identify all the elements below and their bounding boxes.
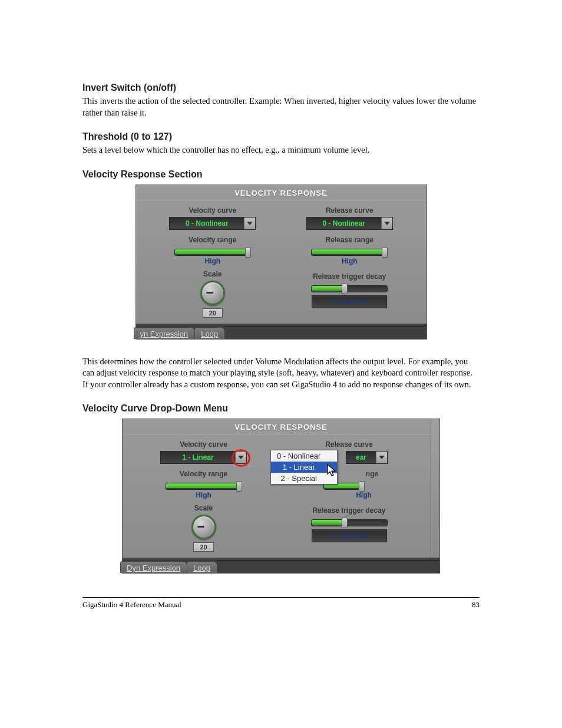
velocity-curve-value: 0 - Nonlinear: [170, 219, 244, 228]
scale-value[interactable]: 20: [193, 542, 213, 552]
release-trigger-value: 3 - Medium: [312, 298, 386, 306]
velocity-range-value: High: [144, 257, 282, 265]
panel-title: VELOCITY RESPONSE: [123, 419, 439, 434]
tab-loop[interactable]: Loop: [187, 561, 219, 573]
menu-option-linear[interactable]: 1 - Linear: [271, 462, 337, 473]
velocity-response-panel-a: VELOCITY RESPONSE Velocity curve 0 - Non…: [135, 185, 427, 340]
dropdown-arrow-icon[interactable]: [376, 452, 387, 463]
velocity-range-value: High: [131, 491, 276, 499]
label-release-trigger-decay: Release trigger decay: [276, 506, 422, 515]
label-velocity-curve: Velocity curve: [131, 440, 276, 449]
velocity-curve-value: 1 - Linear: [161, 453, 235, 462]
label-release-trigger-decay: Release trigger decay: [281, 272, 418, 281]
dropdown-arrow-icon[interactable]: [381, 218, 392, 229]
label-velocity-range: Velocity range: [144, 236, 282, 244]
release-curve-dropdown[interactable]: 0 - Nonlinear: [306, 217, 393, 230]
heading-invert: Invert Switch (on/off): [82, 83, 480, 93]
label-velocity-curve: Velocity curve: [144, 206, 282, 215]
scale-knob[interactable]: [191, 515, 216, 539]
release-trigger-dropdown[interactable]: 3 - Medium: [312, 529, 387, 542]
menu-option-nonlinear[interactable]: 0 - Nonlinear: [271, 450, 337, 462]
scale-knob[interactable]: [200, 281, 225, 305]
label-velocity-range: Velocity range: [131, 470, 276, 478]
panel-tabs: yn Expression Loop: [136, 324, 427, 339]
scale-value[interactable]: 20: [203, 308, 223, 318]
release-curve-dropdown[interactable]: ear: [346, 451, 388, 464]
release-curve-value: 0 - Nonlinear: [307, 219, 381, 228]
page-number: 83: [472, 600, 480, 610]
dropdown-arrow-icon[interactable]: [244, 218, 255, 229]
body-velocity-response: This determines how the controller selec…: [82, 356, 480, 391]
body-threshold: Sets a level below which the controller …: [82, 144, 480, 156]
dropdown-arrow-icon[interactable]: [235, 452, 246, 463]
release-range-slider[interactable]: [311, 248, 388, 256]
release-curve-value-partial: ear: [346, 453, 376, 462]
tab-dyn-expression[interactable]: Dyn Expression: [120, 561, 189, 573]
footer-rule: [82, 597, 480, 598]
release-trigger-slider[interactable]: [311, 518, 388, 526]
panel-tabs: Dyn Expression Loop: [123, 558, 439, 573]
velocity-response-panel-b: VELOCITY RESPONSE Velocity curve 1 - Lin…: [122, 419, 440, 574]
label-scale: Scale: [131, 504, 276, 512]
velocity-range-slider[interactable]: [166, 482, 242, 490]
velocity-curve-dropdown[interactable]: 1 - Linear: [160, 451, 247, 464]
release-trigger-value: 3 - Medium: [312, 532, 386, 540]
footer-title: GigaStudio 4 Reference Manual: [82, 600, 181, 610]
body-invert: This inverts the action of the selected …: [82, 95, 480, 118]
release-trigger-slider[interactable]: [311, 284, 388, 292]
label-release-range: Release range: [281, 236, 418, 244]
heading-velocity-response-section: Velocity Response Section: [82, 169, 480, 180]
tab-loop[interactable]: Loop: [194, 327, 227, 339]
tab-dyn-expression[interactable]: yn Expression: [134, 327, 197, 339]
label-scale: Scale: [144, 270, 282, 278]
label-release-curve: Release curve: [281, 206, 418, 215]
velocity-curve-dropdown[interactable]: 0 - Nonlinear: [169, 217, 256, 230]
velocity-range-slider[interactable]: [174, 248, 251, 256]
panel-title: VELOCITY RESPONSE: [136, 185, 427, 200]
release-range-value: High: [306, 491, 422, 499]
velocity-curve-menu[interactable]: 0 - Nonlinear 1 - Linear 2 - Special: [270, 450, 338, 485]
menu-option-special[interactable]: 2 - Special: [271, 473, 337, 484]
document-page: Invert Switch (on/off) This inverts the …: [0, 0, 562, 633]
label-release-curve: Release curve: [276, 440, 422, 449]
heading-velocity-curve-dropdown: Velocity Curve Drop-Down Menu: [82, 403, 480, 414]
heading-threshold: Threshold (0 to 127): [82, 131, 480, 142]
release-trigger-dropdown[interactable]: 3 - Medium: [312, 295, 387, 308]
release-range-value: High: [281, 257, 418, 265]
page-footer: GigaStudio 4 Reference Manual 83: [82, 600, 480, 610]
